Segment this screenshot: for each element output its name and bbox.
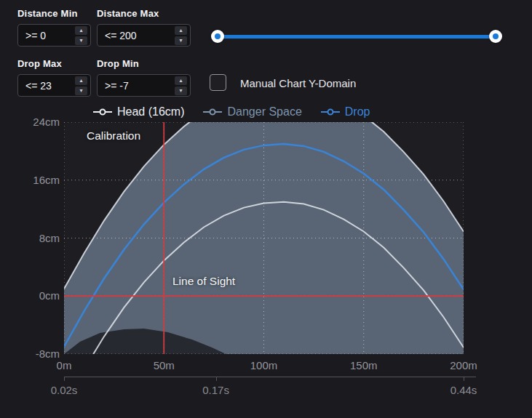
legend-item-danger-space[interactable]: Danger Space <box>203 105 301 118</box>
drop-min-spin-down-icon[interactable]: ▾ <box>175 87 187 95</box>
manual-y-domain-checkbox-label[interactable]: Manual Chart Y-Domain <box>240 77 356 89</box>
slider-max-thumb[interactable] <box>489 30 502 43</box>
manual-y-domain-checkbox[interactable] <box>210 74 226 91</box>
drop-max-input[interactable] <box>18 80 75 92</box>
trajectory-plot[interactable] <box>64 122 464 354</box>
slider-track[interactable] <box>217 35 496 39</box>
slider-min-thumb[interactable] <box>211 30 224 43</box>
distance-min-numberbox: ▴ ▾ <box>17 24 91 47</box>
drop-max-label: Drop Max <box>17 58 62 69</box>
legend-label-head: Head (16cm) <box>117 105 184 118</box>
distance-max-numberbox: ▴ ▾ <box>97 24 191 47</box>
time-tick-label: 0.17s <box>202 384 229 396</box>
line-marker-icon <box>321 108 340 116</box>
time-axis-line <box>64 377 476 382</box>
time-tick-mark <box>464 377 464 381</box>
calibration-annotation: Calibration <box>87 129 140 142</box>
y-axis-tick-label: -8cm <box>9 347 60 360</box>
line-marker-icon <box>93 108 112 116</box>
line-of-sight-annotation: Line of Sight <box>172 275 235 288</box>
drop-min-numberbox: ▴ ▾ <box>97 74 191 97</box>
distance-min-input[interactable] <box>18 30 75 41</box>
drop-min-spin-up-icon[interactable]: ▴ <box>175 76 187 85</box>
distance-max-label: Distance Max <box>97 8 159 19</box>
time-tick-mark <box>64 377 65 381</box>
time-tick-label: 0.02s <box>51 384 78 396</box>
y-axis-tick-label: 8cm <box>9 232 60 244</box>
x-axis-tick-label: 150m <box>350 359 378 371</box>
drop-max-spin-down-icon[interactable]: ▾ <box>75 87 87 95</box>
ballistics-app-window: Distance Min ▴ ▾ Distance Max ▴ ▾ Drop M… <box>0 0 532 418</box>
distance-max-spin-up-icon[interactable]: ▴ <box>175 26 187 35</box>
x-axis-tick-label: 200m <box>450 359 477 371</box>
distance-min-label: Distance Min <box>17 8 78 19</box>
x-axis-tick-label: 0m <box>57 359 72 371</box>
distance-max-input[interactable] <box>98 30 175 41</box>
legend-item-drop[interactable]: Drop <box>321 105 370 118</box>
drop-min-label: Drop Min <box>97 58 139 69</box>
x-axis-tick-label: 100m <box>250 359 278 371</box>
x-axis-tick-label: 50m <box>154 359 175 371</box>
drop-max-numberbox: ▴ ▾ <box>17 74 91 97</box>
y-axis-tick-label: 0cm <box>9 289 60 302</box>
time-tick-mark <box>216 377 217 381</box>
drop-min-input[interactable] <box>98 80 175 92</box>
legend-label-danger-space: Danger Space <box>227 105 301 118</box>
legend-item-head[interactable]: Head (16cm) <box>93 105 184 118</box>
drop-max-spin-up-icon[interactable]: ▴ <box>75 76 87 85</box>
trajectory-chart[interactable] <box>64 122 464 354</box>
distance-min-spin-down-icon[interactable]: ▾ <box>75 36 87 45</box>
chart-legend: Head (16cm) Danger Space Drop <box>93 105 370 118</box>
legend-label-drop: Drop <box>345 105 370 118</box>
line-marker-icon <box>203 108 222 116</box>
time-tick-label: 0.44s <box>450 384 477 396</box>
y-axis-tick-label: 16cm <box>9 174 60 186</box>
distance-range-slider[interactable] <box>211 29 502 44</box>
distance-max-spin-down-icon[interactable]: ▾ <box>175 36 187 45</box>
y-axis-tick-label: 24cm <box>9 116 60 128</box>
distance-min-spin-up-icon[interactable]: ▴ <box>75 26 87 35</box>
